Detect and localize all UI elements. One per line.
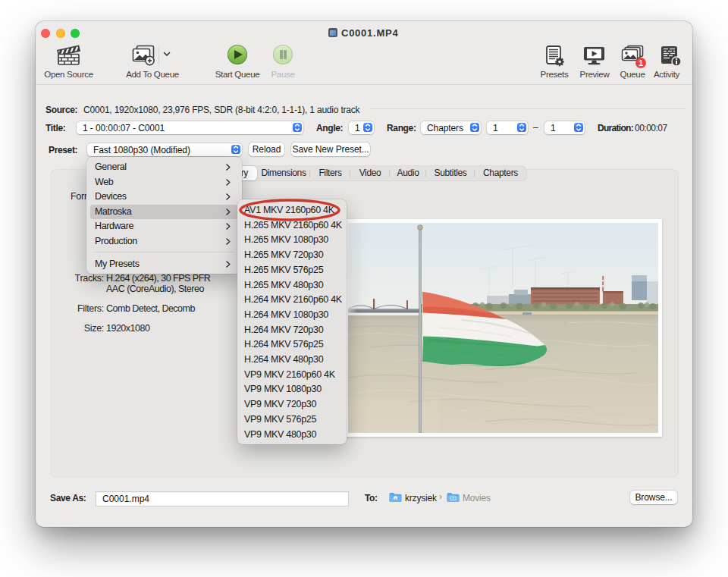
- svg-text:1: 1: [639, 58, 643, 67]
